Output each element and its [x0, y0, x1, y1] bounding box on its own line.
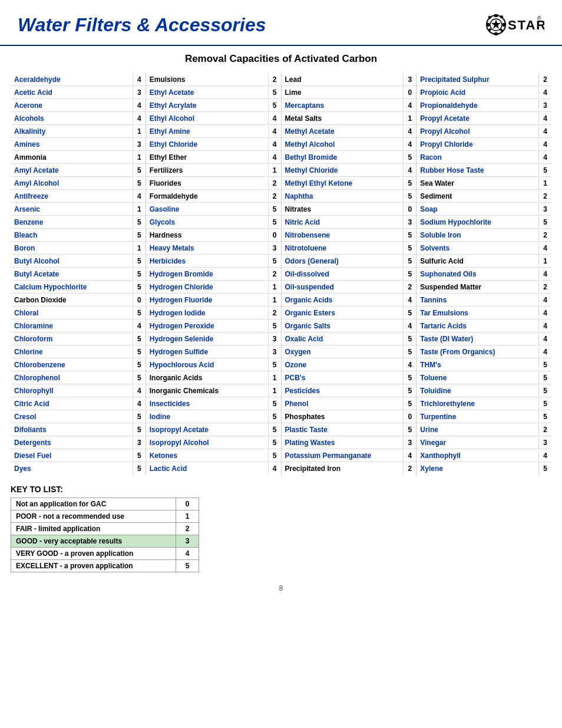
table-row: Chloral5	[11, 307, 146, 319]
chemical-rating: 1	[268, 164, 281, 176]
table-row: Methyl Chloride4	[282, 164, 416, 177]
table-row: Mercaptans4	[282, 99, 416, 112]
chemical-rating: 2	[538, 190, 551, 202]
chemical-name: Hypochlorous Acid	[146, 358, 268, 371]
chemical-name: Ethyl Acrylate	[146, 99, 268, 111]
table-row: Bethyl Bromide5	[282, 151, 416, 164]
table-row: Tartaric Acids4	[416, 319, 551, 332]
key-value: 1	[176, 510, 199, 523]
table-row: Chloramine4	[11, 319, 146, 332]
chemical-name: Amines	[11, 138, 133, 150]
chemical-name: Heavy Metals	[146, 242, 268, 254]
chemical-rating: 3	[268, 345, 281, 358]
logo: STAR ®	[485, 11, 544, 39]
table-col-1: Emulsions2Ethyl Acetate5Ethyl Acrylate5E…	[146, 73, 281, 475]
chemical-name: Xylene	[416, 462, 538, 475]
subtitle: Removal Capacities of Activated Carbon	[0, 53, 562, 65]
chemical-name: Toluidine	[416, 384, 538, 397]
chemical-name: Hydrogen Fluoride	[146, 294, 268, 306]
table-row: Suphonated Oils4	[416, 268, 551, 281]
chemical-name: Plastic Taste	[282, 423, 404, 436]
chemical-rating: 5	[403, 229, 416, 241]
table-row: Carbon Dioxide0	[11, 294, 146, 307]
chemical-name: Methyl Acetate	[282, 125, 404, 137]
key-label: Not an application for GAC	[11, 498, 176, 510]
table-row: Precipitated Iron2	[282, 462, 416, 475]
chemical-rating: 5	[268, 203, 281, 215]
chemical-name: Amyl Acetate	[11, 164, 133, 176]
table-row: Hydrogen Chloride1	[146, 281, 281, 294]
chemical-rating: 5	[268, 449, 281, 462]
chemical-rating: 2	[268, 190, 281, 202]
table-row: Ethyl Alcohol4	[146, 112, 281, 125]
chemical-rating: 4	[133, 112, 146, 124]
chemical-name: Ethyl Amine	[146, 125, 268, 137]
table-row: Hardness0	[146, 229, 281, 242]
chemical-name: Chloral	[11, 307, 133, 319]
chemical-rating: 5	[133, 255, 146, 267]
chemical-rating: 4	[268, 151, 281, 163]
table-row: Inorganic Acids1	[146, 371, 281, 384]
chemical-name: Acerone	[11, 99, 133, 111]
chemical-name: Amyl Alcohol	[11, 177, 133, 189]
table-row: Sodium Hypochlorite5	[416, 216, 551, 229]
table-row: Chlorophenol5	[11, 371, 146, 384]
chemical-name: Ethyl Acetate	[146, 86, 268, 98]
chemical-rating: 3	[403, 73, 416, 85]
chemical-rating: 4	[268, 462, 281, 475]
chemical-name: Nitrates	[282, 203, 404, 215]
chemical-rating: 4	[403, 319, 416, 332]
chemical-name: Chloroform	[11, 332, 133, 345]
chemical-rating: 3	[268, 332, 281, 345]
chemical-rating: 4	[538, 86, 551, 98]
chemical-name: PCB's	[282, 371, 404, 384]
chemical-name: Inorganic Acids	[146, 371, 268, 384]
chemical-name: Odors (General)	[282, 255, 404, 267]
chemical-rating: 1	[268, 294, 281, 306]
table-row: Fluorides2	[146, 177, 281, 190]
table-row: Plating Wastes3	[282, 436, 416, 449]
chemical-rating: 5	[538, 410, 551, 423]
chemical-rating: 5	[268, 99, 281, 111]
key-row: Not an application for GAC0	[11, 498, 199, 510]
table-row: Trichlorethylene5	[416, 397, 551, 410]
chemical-rating: 5	[403, 151, 416, 163]
chemical-name: Oxalic Acid	[282, 332, 404, 345]
chemical-name: Hydrogen Chloride	[146, 281, 268, 293]
chemical-rating: 3	[403, 216, 416, 228]
key-value: 0	[176, 498, 199, 510]
main-table: Aceraldehyde4Acetic Acid3Acerone4Alcohol…	[0, 73, 562, 475]
table-row: Aceraldehyde4	[11, 73, 146, 86]
chemical-rating: 1	[538, 255, 551, 267]
chemical-name: Hydrogen Iodide	[146, 307, 268, 319]
chemical-rating: 5	[133, 177, 146, 189]
table-row: Amines3	[11, 138, 146, 151]
table-row: Glycols5	[146, 216, 281, 229]
table-row: Vinegar3	[416, 436, 551, 449]
table-row: Hypochlorous Acid5	[146, 358, 281, 371]
chemical-rating: 2	[538, 229, 551, 241]
chemical-name: Ozone	[282, 358, 404, 371]
table-row: Fertilizers1	[146, 164, 281, 177]
table-row: Hydrogen Peroxide5	[146, 319, 281, 332]
chemical-rating: 5	[268, 397, 281, 410]
chemical-name: Suphonated Oils	[416, 268, 538, 280]
key-value: 5	[176, 560, 199, 572]
chemical-rating: 5	[403, 423, 416, 436]
table-row: Phosphates0	[282, 410, 416, 423]
table-row: Potassium Permanganate4	[282, 449, 416, 462]
svg-rect-5	[503, 23, 505, 27]
chemical-rating: 5	[403, 268, 416, 280]
chemical-rating: 4	[133, 73, 146, 85]
table-row: Taste (DI Water)4	[416, 332, 551, 345]
chemical-rating: 4	[133, 99, 146, 111]
chemical-name: Oil-dissolved	[282, 268, 404, 280]
chemical-name: Carbon Dioxide	[11, 294, 133, 306]
chemical-rating: 4	[403, 294, 416, 306]
table-row: Chlorobenzene5	[11, 358, 146, 371]
chemical-name: Hydrogen Peroxide	[146, 319, 268, 332]
chemical-rating: 2	[403, 462, 416, 475]
table-row: Acerone4	[11, 99, 146, 112]
table-row: Hydrogen Iodide2	[146, 307, 281, 319]
table-row: THM's5	[416, 358, 551, 371]
